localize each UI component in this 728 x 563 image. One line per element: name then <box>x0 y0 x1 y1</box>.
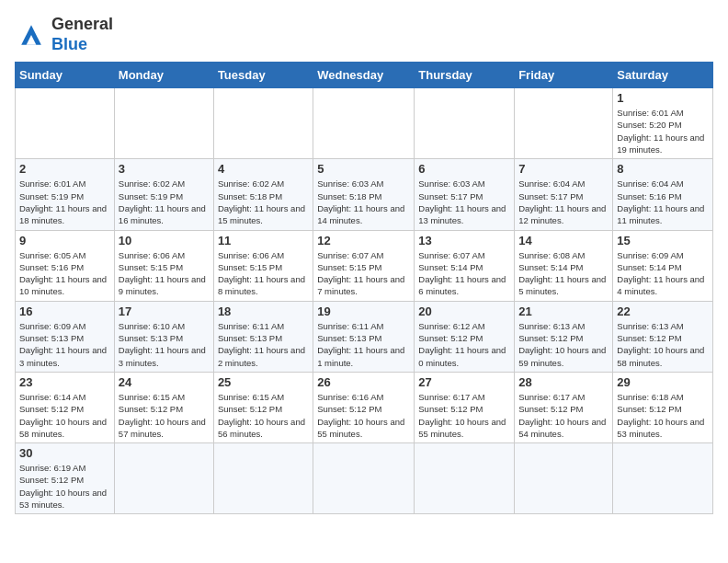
day-number: 16 <box>19 304 110 318</box>
weekday-header-friday: Friday <box>515 63 613 88</box>
calendar-cell: 26Sunrise: 6:16 AM Sunset: 5:12 PM Dayli… <box>313 372 415 442</box>
day-number: 28 <box>518 375 609 389</box>
day-info: Sunrise: 6:17 AM Sunset: 5:12 PM Dayligh… <box>418 391 510 440</box>
day-info: Sunrise: 6:09 AM Sunset: 5:14 PM Dayligh… <box>617 249 709 298</box>
calendar-cell: 16Sunrise: 6:09 AM Sunset: 5:13 PM Dayli… <box>16 301 115 372</box>
day-info: Sunrise: 6:08 AM Sunset: 5:14 PM Dayligh… <box>518 249 609 298</box>
day-number: 30 <box>19 446 110 460</box>
calendar-cell: 6Sunrise: 6:03 AM Sunset: 5:17 PM Daylig… <box>415 159 515 230</box>
day-number: 13 <box>418 234 510 247</box>
day-info: Sunrise: 6:19 AM Sunset: 5:12 PM Dayligh… <box>19 462 110 511</box>
day-number: 4 <box>218 162 309 176</box>
calendar-cell <box>515 88 613 159</box>
day-info: Sunrise: 6:07 AM Sunset: 5:14 PM Dayligh… <box>418 249 510 298</box>
day-info: Sunrise: 6:11 AM Sunset: 5:13 PM Dayligh… <box>218 320 309 369</box>
day-number: 17 <box>119 304 210 318</box>
calendar-cell <box>515 443 613 514</box>
day-number: 10 <box>119 234 210 247</box>
day-number: 23 <box>19 375 110 389</box>
calendar-cell: 29Sunrise: 6:18 AM Sunset: 5:12 PM Dayli… <box>613 372 713 442</box>
calendar-cell: 25Sunrise: 6:15 AM Sunset: 5:12 PM Dayli… <box>213 372 313 442</box>
day-info: Sunrise: 6:15 AM Sunset: 5:12 PM Dayligh… <box>119 391 210 440</box>
calendar-cell: 7Sunrise: 6:04 AM Sunset: 5:17 PM Daylig… <box>515 159 613 230</box>
day-info: Sunrise: 6:13 AM Sunset: 5:12 PM Dayligh… <box>617 320 709 369</box>
day-number: 12 <box>317 234 410 247</box>
day-number: 22 <box>617 304 709 318</box>
day-info: Sunrise: 6:15 AM Sunset: 5:12 PM Dayligh… <box>218 391 309 440</box>
calendar: SundayMondayTuesdayWednesdayThursdayFrid… <box>15 62 713 514</box>
calendar-cell <box>415 88 515 159</box>
calendar-cell: 20Sunrise: 6:12 AM Sunset: 5:12 PM Dayli… <box>415 301 515 372</box>
calendar-cell: 14Sunrise: 6:08 AM Sunset: 5:14 PM Dayli… <box>515 230 613 301</box>
day-info: Sunrise: 6:01 AM Sunset: 5:20 PM Dayligh… <box>617 107 709 155</box>
day-info: Sunrise: 6:11 AM Sunset: 5:13 PM Dayligh… <box>317 320 410 369</box>
day-number: 11 <box>218 234 309 247</box>
calendar-cell: 12Sunrise: 6:07 AM Sunset: 5:15 PM Dayli… <box>313 230 415 301</box>
logo-icon <box>15 18 48 52</box>
day-number: 29 <box>617 375 709 389</box>
day-number: 2 <box>19 162 110 176</box>
calendar-cell <box>313 443 415 514</box>
day-number: 14 <box>518 234 609 247</box>
day-info: Sunrise: 6:04 AM Sunset: 5:16 PM Dayligh… <box>617 178 709 226</box>
day-info: Sunrise: 6:18 AM Sunset: 5:12 PM Dayligh… <box>617 391 709 440</box>
day-number: 6 <box>418 162 510 176</box>
calendar-cell: 2Sunrise: 6:01 AM Sunset: 5:19 PM Daylig… <box>16 159 115 230</box>
day-info: Sunrise: 6:06 AM Sunset: 5:15 PM Dayligh… <box>218 249 309 298</box>
calendar-cell: 19Sunrise: 6:11 AM Sunset: 5:13 PM Dayli… <box>313 301 415 372</box>
weekday-header-thursday: Thursday <box>415 63 515 88</box>
day-number: 24 <box>119 375 210 389</box>
logo: GeneralBlue <box>15 15 113 54</box>
weekday-header-tuesday: Tuesday <box>213 63 313 88</box>
day-info: Sunrise: 6:09 AM Sunset: 5:13 PM Dayligh… <box>19 320 110 369</box>
day-number: 18 <box>218 304 309 318</box>
day-number: 7 <box>518 162 609 176</box>
week-row-3: 16Sunrise: 6:09 AM Sunset: 5:13 PM Dayli… <box>16 301 713 372</box>
calendar-cell: 27Sunrise: 6:17 AM Sunset: 5:12 PM Dayli… <box>415 372 515 442</box>
week-row-1: 2Sunrise: 6:01 AM Sunset: 5:19 PM Daylig… <box>16 159 713 230</box>
calendar-cell <box>415 443 515 514</box>
day-info: Sunrise: 6:17 AM Sunset: 5:12 PM Dayligh… <box>518 391 609 440</box>
day-number: 27 <box>418 375 510 389</box>
calendar-cell: 3Sunrise: 6:02 AM Sunset: 5:19 PM Daylig… <box>114 159 213 230</box>
calendar-cell: 8Sunrise: 6:04 AM Sunset: 5:16 PM Daylig… <box>613 159 713 230</box>
calendar-cell: 22Sunrise: 6:13 AM Sunset: 5:12 PM Dayli… <box>613 301 713 372</box>
calendar-cell <box>313 88 415 159</box>
day-number: 20 <box>418 304 510 318</box>
day-number: 5 <box>317 162 410 176</box>
day-number: 8 <box>617 162 709 176</box>
day-number: 9 <box>19 234 110 247</box>
day-info: Sunrise: 6:07 AM Sunset: 5:15 PM Dayligh… <box>317 249 410 298</box>
calendar-cell: 1Sunrise: 6:01 AM Sunset: 5:20 PM Daylig… <box>613 88 713 159</box>
day-info: Sunrise: 6:03 AM Sunset: 5:17 PM Dayligh… <box>418 178 510 226</box>
calendar-cell: 10Sunrise: 6:06 AM Sunset: 5:15 PM Dayli… <box>114 230 213 301</box>
calendar-cell: 17Sunrise: 6:10 AM Sunset: 5:13 PM Dayli… <box>114 301 213 372</box>
day-number: 26 <box>317 375 410 389</box>
day-number: 1 <box>617 91 709 105</box>
day-info: Sunrise: 6:02 AM Sunset: 5:19 PM Dayligh… <box>119 178 210 226</box>
calendar-cell <box>114 443 213 514</box>
calendar-cell <box>213 443 313 514</box>
day-info: Sunrise: 6:05 AM Sunset: 5:16 PM Dayligh… <box>19 249 110 298</box>
day-info: Sunrise: 6:01 AM Sunset: 5:19 PM Dayligh… <box>19 178 110 226</box>
day-number: 15 <box>617 234 709 247</box>
calendar-cell: 21Sunrise: 6:13 AM Sunset: 5:12 PM Dayli… <box>515 301 613 372</box>
calendar-cell: 15Sunrise: 6:09 AM Sunset: 5:14 PM Dayli… <box>613 230 713 301</box>
day-info: Sunrise: 6:14 AM Sunset: 5:12 PM Dayligh… <box>19 391 110 440</box>
calendar-cell: 30Sunrise: 6:19 AM Sunset: 5:12 PM Dayli… <box>16 443 115 514</box>
calendar-cell: 24Sunrise: 6:15 AM Sunset: 5:12 PM Dayli… <box>114 372 213 442</box>
weekday-header-monday: Monday <box>114 63 213 88</box>
calendar-cell: 23Sunrise: 6:14 AM Sunset: 5:12 PM Dayli… <box>16 372 115 442</box>
calendar-cell <box>213 88 313 159</box>
day-number: 25 <box>218 375 309 389</box>
day-info: Sunrise: 6:16 AM Sunset: 5:12 PM Dayligh… <box>317 391 410 440</box>
calendar-cell <box>114 88 213 159</box>
day-number: 21 <box>518 304 609 318</box>
calendar-cell: 4Sunrise: 6:02 AM Sunset: 5:18 PM Daylig… <box>213 159 313 230</box>
week-row-5: 30Sunrise: 6:19 AM Sunset: 5:12 PM Dayli… <box>16 443 713 514</box>
calendar-cell <box>16 88 115 159</box>
calendar-cell: 28Sunrise: 6:17 AM Sunset: 5:12 PM Dayli… <box>515 372 613 442</box>
calendar-cell <box>613 443 713 514</box>
day-info: Sunrise: 6:03 AM Sunset: 5:18 PM Dayligh… <box>317 178 410 226</box>
day-info: Sunrise: 6:02 AM Sunset: 5:18 PM Dayligh… <box>218 178 309 226</box>
